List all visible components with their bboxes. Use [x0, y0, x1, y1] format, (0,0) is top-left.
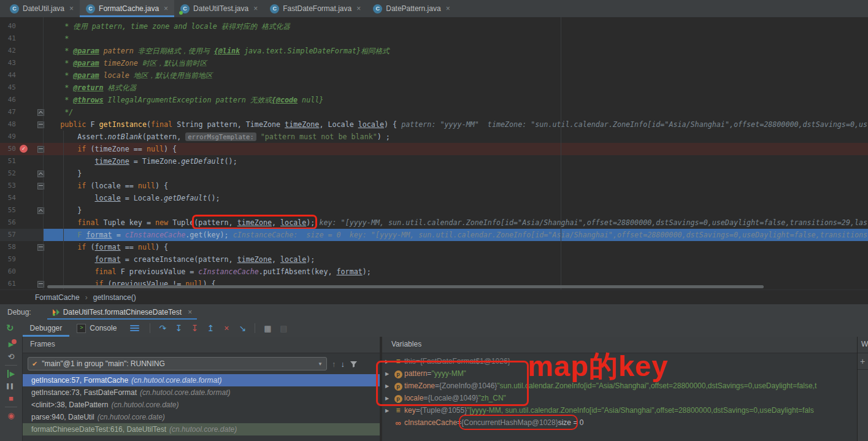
gutter-icons: [16, 94, 43, 106]
close-icon[interactable]: ×: [446, 4, 450, 13]
run-to-cursor-icon[interactable]: ↘: [234, 323, 250, 333]
rerun-debug-icon[interactable]: ▶: [9, 340, 13, 348]
step-out-icon[interactable]: ↥: [202, 323, 218, 333]
equals-sign: =: [416, 357, 420, 366]
frame-label: formatChineseDateTest:616, DateUtilTest: [31, 425, 166, 434]
annotation-box-tuple-args: (pattern, timeZone, locale);: [194, 218, 315, 227]
debug-left-rail: ▶ ⟲ ▶ ▌▌ ■ ◉: [0, 337, 23, 441]
step-over-icon[interactable]: ↷: [155, 323, 171, 333]
line-number: 58: [0, 241, 16, 253]
expand-icon[interactable]: ▶: [384, 359, 390, 364]
code-text: Assert.notBlank(pattern, errorMsgTemplat…: [43, 131, 390, 143]
watches-header: W: [858, 337, 868, 353]
code-editor[interactable]: 40 * 使用 pattern, time zone and locale 获得…: [0, 17, 868, 290]
frame-row[interactable]: <clinit>:38, DatePattern(cn.hutool.core.…: [23, 399, 380, 411]
expand-icon[interactable]: ▶: [384, 371, 390, 377]
code-text: * @param locale 地区，默认使用当前地区: [43, 69, 212, 82]
gutter-icons: [16, 180, 43, 192]
line-number: 44: [0, 69, 16, 82]
run-config-icon: [52, 309, 60, 316]
code-text: if (locale == null) {: [43, 180, 168, 192]
code-text: *: [43, 33, 69, 45]
expand-icon[interactable]: ▶: [384, 408, 390, 413]
step-into-icon[interactable]: ↧: [171, 323, 186, 333]
class-icon: C: [86, 4, 95, 13]
gutter-icons: [16, 217, 43, 229]
previous-frame-icon[interactable]: ↑: [332, 359, 336, 369]
tab-fastdateformat-java[interactable]: CFastDateFormat.java×: [264, 0, 367, 17]
gutter-icons: [16, 167, 43, 180]
expand-icon[interactable]: ▶: [384, 383, 390, 389]
equals-sign: =: [423, 394, 428, 402]
filter-icon[interactable]: [350, 360, 358, 368]
gutter-icons: [16, 131, 43, 143]
tab-console[interactable]: > Console: [69, 320, 124, 337]
line-number: 55: [0, 204, 16, 217]
code-text: */: [43, 106, 73, 118]
line-number: 53: [0, 180, 16, 192]
line-number: 60: [0, 266, 16, 278]
evaluate-expression-icon[interactable]: ▦: [259, 324, 275, 333]
line-number: 50: [0, 143, 16, 155]
line-number: 56: [0, 217, 16, 229]
gutter-icons: [16, 106, 43, 118]
thread-selector[interactable]: ✔ "main"@1 in group "main": RUNNING ▼: [28, 357, 327, 370]
tab-datepattern-java[interactable]: CDatePattern.java×: [367, 0, 456, 17]
frame-row[interactable]: parse:940, DateUtil(cn.hutool.core.date): [23, 411, 380, 423]
frame-package: (cn.hutool.core.date.format): [131, 376, 221, 385]
expand-icon[interactable]: ▶: [384, 396, 390, 401]
frame-row[interactable]: getInstance:73, FastDateFormat(cn.hutool…: [23, 386, 380, 399]
code-lines: 40 * 使用 pattern, time zone and locale 获得…: [0, 17, 868, 290]
refresh-icon[interactable]: ⟲: [8, 353, 15, 361]
code-text: locale = Locale.getDefault();: [43, 192, 220, 204]
add-watch-icon[interactable]: +: [858, 353, 868, 370]
tab-formatcache-java[interactable]: CFormatCache.java×: [80, 0, 174, 17]
gutter-icons: [16, 204, 43, 217]
variable-row-timeZone[interactable]: ▶ptimeZone = {ZoneInfo@1046} "sun.util.c…: [382, 380, 857, 392]
tab-dateutiltest-java[interactable]: CDateUtilTest.java×: [174, 0, 264, 17]
close-icon[interactable]: ×: [253, 4, 258, 13]
variables-panel: Variables ▶≡this = {FastDateFormat$1@102…: [382, 337, 857, 441]
stop-icon[interactable]: ■: [9, 394, 13, 402]
breakpoint-icon[interactable]: ✓: [20, 145, 28, 153]
frame-row[interactable]: formatChineseDateTest:616, DateUtilTest(…: [23, 423, 380, 435]
code-line-46: 46 * @throws IllegalArgumentException pa…: [0, 94, 868, 106]
frame-row[interactable]: getInstance:57, FormatCache(cn.hutool.co…: [23, 374, 380, 386]
code-text: }: [43, 204, 82, 217]
rerun-icon[interactable]: ↻: [6, 323, 14, 334]
frame-label: getInstance:73, FastDateFormat: [31, 388, 137, 397]
next-frame-icon[interactable]: ↓: [341, 359, 345, 369]
close-icon[interactable]: ×: [164, 4, 168, 13]
horizontal-scrollbar[interactable]: [47, 285, 764, 288]
tab-dateutil-java[interactable]: CDateUtil.java×: [4, 0, 80, 17]
layout-settings-icon[interactable]: ▤: [275, 324, 291, 333]
toolbar-separator: [255, 323, 255, 333]
gutter-icons: [16, 82, 43, 94]
breadcrumb-class[interactable]: FormatCache: [35, 293, 80, 302]
gutter-icons: [16, 155, 43, 167]
drop-frame-icon[interactable]: ×: [218, 323, 234, 333]
variable-string-value: "[yyyy-MM, sun.util.calendar.ZoneInfo[id…: [467, 406, 814, 415]
view-breakpoints-icon[interactable]: ◉: [7, 412, 14, 420]
pause-program-icon[interactable]: ▌▌: [7, 382, 15, 390]
variable-row-cInstanceCache[interactable]: ∞cInstanceCache = {ConcurrentHashMap@102…: [382, 416, 857, 429]
variable-row-key[interactable]: ▶≡key = {Tuple@1055} "[yyyy-MM, sun.util…: [382, 404, 857, 416]
resume-program-icon[interactable]: ▶: [7, 370, 15, 378]
close-icon[interactable]: ×: [69, 4, 74, 13]
debug-session-tab[interactable]: DateUtilTest.formatChineseDateTest ×: [47, 304, 197, 320]
close-icon[interactable]: ×: [356, 4, 361, 13]
class-icon: C: [373, 4, 382, 13]
force-step-into-icon[interactable]: ↧: [186, 323, 202, 333]
close-icon[interactable]: ×: [188, 308, 192, 316]
variable-row-this[interactable]: ▶≡this = {FastDateFormat$1@1026}: [382, 355, 857, 367]
code-text: timeZone = TimeZone.getDefault();: [43, 155, 237, 167]
gutter-icons: [16, 266, 43, 278]
code-line-53: 53 if (locale == null) {: [0, 180, 868, 192]
variable-row-locale[interactable]: ▶plocale = {Locale@1049} "zh_CN": [382, 392, 857, 404]
line-number: 43: [0, 57, 16, 69]
tab-debugger[interactable]: Debugger: [23, 320, 70, 337]
tab-label: FastDateFormat.java: [283, 4, 351, 13]
hamburger-menu-icon[interactable]: [130, 325, 139, 331]
variable-row-pattern[interactable]: ▶ppattern = "yyyy-MM": [382, 367, 857, 380]
breadcrumb-method[interactable]: getInstance(): [93, 293, 136, 302]
